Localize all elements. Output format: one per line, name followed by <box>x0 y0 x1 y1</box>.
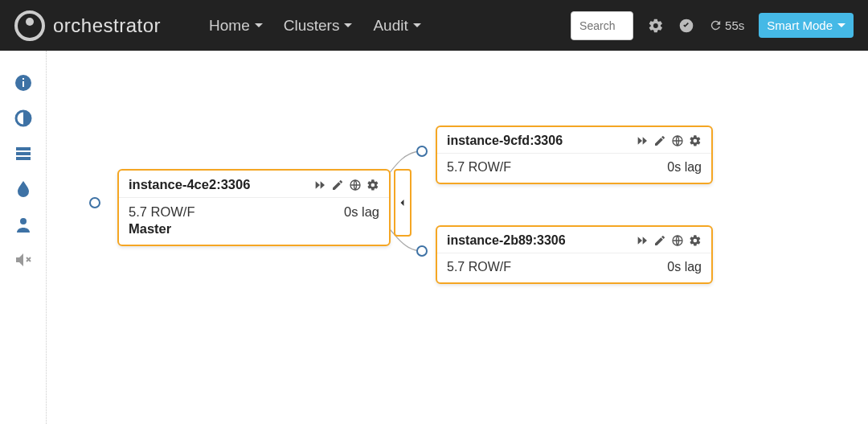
svg-rect-3 <box>23 78 24 80</box>
chevron-left-icon <box>398 198 407 208</box>
nav-clusters-label: Clusters <box>284 17 340 35</box>
nav-links: Home Clusters Audit <box>209 17 421 35</box>
left-rail <box>0 51 47 424</box>
card-header: instance-2b89:3306 <box>437 227 711 253</box>
caret-icon <box>837 23 845 27</box>
svg-rect-7 <box>16 157 31 160</box>
instance-card-master[interactable]: instance-4ce2:3306 5.7 ROW/F 0s lag Mast… <box>117 169 391 246</box>
instance-lag: 0s lag <box>344 204 379 220</box>
svg-rect-5 <box>16 147 31 150</box>
svg-point-10 <box>417 146 427 156</box>
instance-card-replica[interactable]: instance-9cfd:3306 5.7 ROW/F 0s lag <box>436 126 713 184</box>
brand-link[interactable]: orchestrator <box>14 10 161 41</box>
nav-audit-label: Audit <box>373 17 407 35</box>
nav-clusters[interactable]: Clusters <box>284 17 353 35</box>
brand-text: orchestrator <box>53 14 161 37</box>
info-icon[interactable] <box>14 73 33 93</box>
contrast-icon[interactable] <box>14 109 33 128</box>
instance-name: instance-2b89:3306 <box>447 233 628 248</box>
card-header: instance-4ce2:3306 <box>119 171 389 198</box>
gear-icon[interactable] <box>648 18 664 34</box>
card-body: 5.7 ROW/F 0s lag <box>437 253 711 282</box>
instance-name: instance-4ce2:3306 <box>129 177 305 192</box>
nav-home[interactable]: Home <box>209 17 263 35</box>
globe-icon[interactable] <box>671 134 684 147</box>
card-header: instance-9cfd:3306 <box>437 127 711 154</box>
instance-version: 5.7 ROW/F <box>129 204 195 220</box>
refresh-icon <box>709 19 723 32</box>
topology-canvas: instance-4ce2:3306 5.7 ROW/F 0s lag Mast… <box>47 51 868 424</box>
collapse-handle[interactable] <box>394 169 411 237</box>
pencil-icon[interactable] <box>331 179 344 191</box>
instance-name: instance-9cfd:3306 <box>447 134 628 148</box>
list-icon[interactable] <box>14 144 33 163</box>
check-circle-icon[interactable] <box>678 18 694 34</box>
svg-point-8 <box>20 218 27 224</box>
nav-audit[interactable]: Audit <box>373 17 420 35</box>
smart-mode-label: Smart Mode <box>767 19 833 32</box>
svg-rect-2 <box>23 81 24 87</box>
instance-version: 5.7 ROW/F <box>447 260 511 274</box>
instance-version: 5.7 ROW/F <box>447 160 511 175</box>
globe-icon[interactable] <box>349 179 362 191</box>
card-body: 5.7 ROW/F 0s lag <box>437 154 711 183</box>
svg-rect-6 <box>16 152 31 155</box>
nav-right: 55s Smart Mode <box>571 11 854 40</box>
instance-role: Master <box>129 221 379 237</box>
mute-icon[interactable] <box>14 250 33 270</box>
gear-icon[interactable] <box>366 179 379 191</box>
card-toolbar <box>636 134 702 147</box>
svg-point-9 <box>90 198 100 208</box>
fast-forward-icon[interactable] <box>636 234 649 247</box>
pencil-icon[interactable] <box>653 234 666 247</box>
top-navbar: orchestrator Home Clusters Audit 55s Sma… <box>0 0 868 51</box>
instance-card-replica[interactable]: instance-2b89:3306 5.7 ROW/F 0s lag <box>436 225 713 284</box>
caret-icon <box>413 23 421 27</box>
user-icon[interactable] <box>14 215 33 234</box>
search-input[interactable] <box>571 11 633 40</box>
globe-icon[interactable] <box>671 234 684 247</box>
pencil-icon[interactable] <box>653 134 666 147</box>
caret-icon <box>344 23 352 27</box>
instance-lag: 0s lag <box>667 260 702 274</box>
card-body: 5.7 ROW/F 0s lag Master <box>119 198 389 245</box>
auto-refresh[interactable]: 55s <box>709 19 744 32</box>
drop-icon[interactable] <box>14 179 33 199</box>
smart-mode-button[interactable]: Smart Mode <box>759 13 854 38</box>
caret-icon <box>255 23 263 27</box>
gear-icon[interactable] <box>689 134 702 147</box>
refresh-seconds: 55s <box>725 19 744 32</box>
instance-lag: 0s lag <box>667 160 702 175</box>
card-toolbar <box>636 234 702 247</box>
gear-icon[interactable] <box>689 234 702 247</box>
nav-home-label: Home <box>209 17 250 35</box>
svg-point-11 <box>417 246 427 256</box>
fast-forward-icon[interactable] <box>313 179 326 191</box>
card-toolbar <box>313 179 379 191</box>
fast-forward-icon[interactable] <box>636 134 649 147</box>
brand-logo-icon <box>14 10 45 41</box>
